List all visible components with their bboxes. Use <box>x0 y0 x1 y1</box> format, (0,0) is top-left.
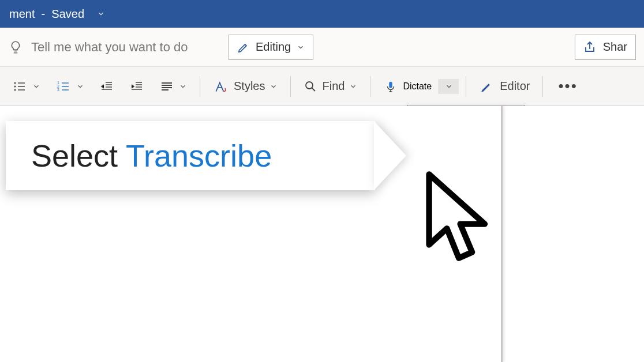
separator <box>290 76 291 97</box>
document-title-fragment: ment <box>9 7 35 21</box>
find-button[interactable]: Find <box>298 73 363 100</box>
styles-icon <box>213 79 229 94</box>
svg-point-6 <box>306 82 313 89</box>
separator <box>370 76 370 97</box>
editing-mode-button[interactable]: Editing <box>229 35 313 60</box>
dictate-dropdown-trigger[interactable] <box>439 79 459 94</box>
find-label: Find <box>322 80 345 93</box>
increase-indent-button[interactable] <box>123 73 150 100</box>
page-right-edge <box>501 106 503 362</box>
svg-rect-7 <box>390 81 393 88</box>
editor-label: Editor <box>500 80 530 93</box>
svg-text:3: 3 <box>57 88 59 92</box>
svg-point-2 <box>14 89 16 90</box>
more-options-button[interactable]: ••• <box>550 77 585 95</box>
editing-label: Editing <box>256 40 291 54</box>
svg-point-1 <box>14 85 16 87</box>
align-button[interactable] <box>153 73 193 100</box>
decrease-indent-button[interactable] <box>93 73 120 100</box>
share-label: Shar <box>603 40 627 54</box>
ribbon-toolbar: 123 Styles Find Dictate <box>0 67 644 106</box>
separator <box>542 76 543 97</box>
command-search-row: Editing Shar <box>0 28 644 67</box>
lightbulb-icon <box>8 40 23 55</box>
share-icon <box>583 40 597 54</box>
styles-button[interactable]: Styles <box>207 73 283 100</box>
editor-pen-icon <box>479 79 495 94</box>
separator <box>200 76 200 97</box>
separator <box>466 76 466 97</box>
numbered-list-button[interactable]: 123 <box>50 73 90 100</box>
styles-label: Styles <box>234 80 265 93</box>
editor-button[interactable]: Editor <box>473 73 536 100</box>
tell-me-search[interactable] <box>8 40 216 55</box>
callout-arrow-shape <box>374 121 406 190</box>
search-icon <box>304 80 317 93</box>
tell-me-input[interactable] <box>31 40 216 55</box>
dictate-label: Dictate <box>403 81 432 92</box>
document-status: Saved <box>51 7 84 21</box>
bullet-list-button[interactable] <box>6 73 46 100</box>
dictate-button[interactable]: Dictate <box>377 76 439 97</box>
callout-highlight: Transcribe <box>126 138 272 174</box>
instruction-callout: Select Transcribe <box>6 121 375 190</box>
title-bar: ment - Saved <box>0 0 644 28</box>
title-separator: - <box>35 7 51 21</box>
microphone-icon <box>384 79 397 94</box>
svg-point-0 <box>14 82 16 84</box>
dictate-split-button[interactable]: Dictate <box>377 73 459 100</box>
title-chevron-down-icon[interactable] <box>97 10 105 18</box>
pencil-icon <box>237 41 250 54</box>
share-button[interactable]: Shar <box>575 35 636 60</box>
callout-prefix: Select <box>31 138 118 174</box>
chevron-down-icon <box>297 43 305 51</box>
